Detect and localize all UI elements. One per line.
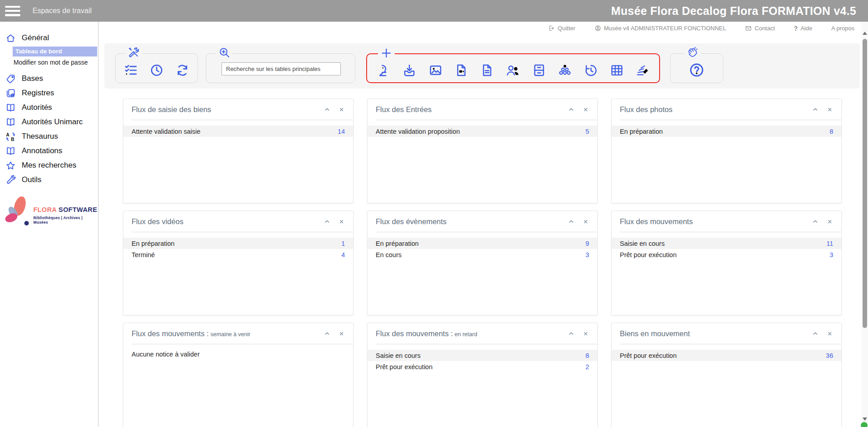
history-icon	[583, 63, 598, 78]
status-row[interactable]: Saisie en cours8	[368, 350, 597, 361]
card-title: Flux des évènements	[376, 217, 567, 226]
card-title: Flux des photos	[620, 105, 811, 114]
collapse-icon[interactable]	[567, 106, 575, 113]
sidebar-item-modifier-mot-de-passe[interactable]: Modifier son mot de passe	[14, 59, 98, 66]
task-list-button[interactable]	[124, 63, 138, 77]
status-row[interactable]: Attente validation proposition5	[368, 126, 597, 137]
close-icon[interactable]	[826, 106, 833, 113]
sidebar-item-mes-recherches[interactable]: Mes recherches	[0, 158, 98, 173]
create-document-button[interactable]	[480, 63, 495, 78]
card-title: Flux de saisie des biens	[132, 105, 323, 114]
hamburger-menu-icon[interactable]	[5, 6, 20, 16]
scroll-down-arrow[interactable]	[863, 418, 867, 421]
collapse-icon[interactable]	[567, 218, 575, 225]
status-row[interactable]: En préparation8	[612, 126, 841, 137]
sort-alpha-icon	[5, 131, 16, 142]
refresh-button[interactable]	[175, 63, 189, 77]
question-mark-icon: ?	[794, 25, 798, 32]
flora-flower-icon	[3, 194, 31, 229]
sidebar-item-bases[interactable]: Bases	[0, 71, 98, 86]
scrollbar-thumb[interactable]	[863, 39, 867, 328]
wrench-icon	[5, 175, 16, 185]
create-history-button[interactable]	[583, 63, 598, 78]
sidebar-item-tableau-de-bord[interactable]: Tableau de bord	[13, 47, 97, 56]
close-icon[interactable]	[826, 330, 833, 337]
collapse-icon[interactable]	[811, 330, 819, 338]
status-row[interactable]: Attente validation saisie14	[123, 126, 353, 137]
secondary-menubar: Quitter Musée v4 ADMINISTRATEUR FONCTION…	[99, 22, 862, 35]
close-icon[interactable]	[338, 218, 345, 225]
count-badge: 4	[341, 251, 345, 258]
exit-icon	[548, 25, 555, 32]
collapse-icon[interactable]	[323, 330, 331, 338]
status-row[interactable]: En cours3	[368, 249, 597, 260]
close-icon[interactable]	[338, 106, 345, 113]
create-entry-button[interactable]	[402, 63, 417, 78]
sidebar-item-annotations[interactable]: Annotations	[0, 144, 98, 158]
close-icon[interactable]	[582, 330, 589, 337]
card-flux-entrees: Flux des Entrées Attente validation prop…	[367, 99, 598, 203]
close-icon[interactable]	[582, 218, 589, 225]
current-user[interactable]: Musée v4 ADMINISTRATEUR FONCTIONNEL	[594, 25, 726, 32]
create-object-record-button[interactable]	[376, 63, 391, 78]
collapse-icon[interactable]	[811, 218, 819, 225]
sidebar-item-general[interactable]: Général	[0, 31, 98, 45]
cabinet-icon	[532, 63, 547, 78]
card-title: Flux des mouvements :en retard	[376, 329, 567, 338]
card-mouvements-semaine-a-venir: Flux des mouvements :semaine à venir Auc…	[123, 323, 354, 427]
sidebar-item-autorites-unimarc[interactable]: Autorités Unimarc	[0, 115, 98, 129]
count-badge: 9	[585, 240, 589, 247]
close-icon[interactable]	[582, 106, 589, 113]
signature-icon	[635, 63, 650, 78]
card-flux-mouvements: Flux des mouvements Saisie en cours11 Pr…	[611, 211, 842, 315]
status-row[interactable]: Terminé4	[123, 249, 353, 260]
top-bar: Espaces de travail Musée Flora Decalog F…	[0, 0, 868, 22]
app-title: Musée Flora Decalog Flora FORMATION v4.5	[611, 0, 856, 22]
search-input[interactable]	[222, 62, 341, 75]
create-contact-button[interactable]	[505, 63, 520, 78]
bust-icon	[376, 63, 391, 78]
scroll-up-arrow[interactable]	[863, 32, 867, 35]
collapse-icon[interactable]	[323, 106, 331, 113]
help-circle-button[interactable]	[689, 62, 705, 78]
status-row[interactable]: Saisie en cours11	[612, 238, 841, 249]
collapse-icon[interactable]	[567, 330, 575, 338]
quit-button[interactable]: Quitter	[548, 25, 576, 32]
count-badge: 3	[830, 251, 833, 258]
create-archive-button[interactable]	[532, 63, 547, 78]
calendar-grid-icon	[609, 63, 624, 78]
sidebar-item-outils[interactable]: Outils	[0, 173, 98, 187]
import-icon	[402, 63, 417, 78]
status-dot	[861, 422, 868, 427]
help-button[interactable]: ? Aide	[794, 25, 812, 32]
user-icon	[594, 25, 601, 32]
refresh-icon	[175, 63, 189, 77]
close-icon[interactable]	[338, 330, 345, 337]
create-photo-button[interactable]	[428, 63, 443, 78]
count-badge: 8	[830, 128, 833, 135]
status-row[interactable]: En préparation1	[123, 238, 353, 249]
about-button[interactable]: A propos	[831, 25, 854, 32]
vertical-scrollbar[interactable]	[862, 22, 868, 427]
close-icon[interactable]	[826, 218, 833, 225]
create-planning-button[interactable]	[609, 63, 624, 78]
status-row[interactable]: Prêt pour exécution3	[612, 249, 841, 260]
status-row[interactable]: Prêt pour exécution2	[368, 361, 597, 372]
contact-button[interactable]: Contact	[745, 25, 775, 32]
sidebar-item-autorites[interactable]: Autorités	[0, 100, 98, 115]
book-icon	[5, 103, 16, 113]
status-row[interactable]: Prêt pour exécution36	[612, 350, 841, 361]
collapse-icon[interactable]	[323, 218, 331, 225]
book-icon	[5, 146, 16, 156]
create-signature-button[interactable]	[635, 63, 650, 78]
clock-icon	[150, 63, 164, 77]
sidebar-item-registres[interactable]: Registres	[0, 86, 98, 100]
create-network-button[interactable]	[557, 63, 572, 78]
status-row[interactable]: En préparation9	[368, 238, 597, 249]
plus-icon	[380, 47, 392, 59]
sidebar-item-thesaurus[interactable]: Thesaurus	[0, 129, 98, 144]
collapse-icon[interactable]	[811, 106, 819, 113]
create-video-button[interactable]	[454, 63, 469, 78]
recent-activity-button[interactable]	[150, 63, 164, 77]
star-icon	[5, 160, 16, 171]
